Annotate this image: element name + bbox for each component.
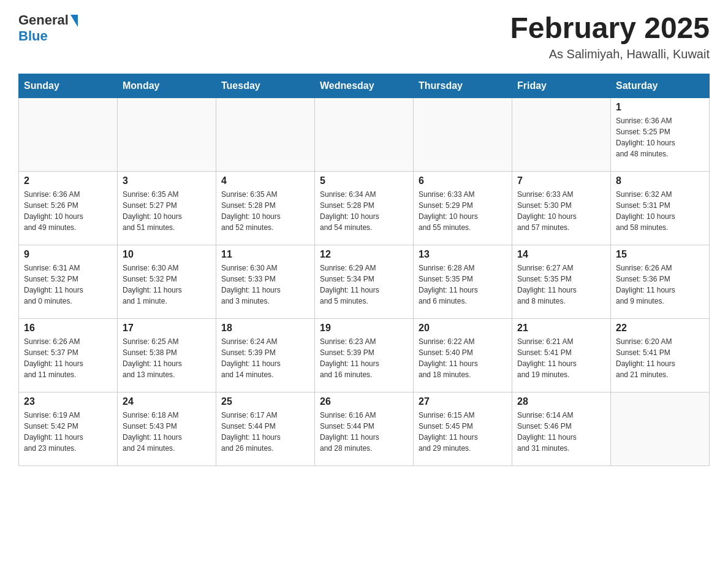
day-number: 22 <box>616 323 704 334</box>
day-number: 7 <box>517 175 605 186</box>
calendar-day-cell: 3Sunrise: 6:35 AM Sunset: 5:27 PM Daylig… <box>118 171 216 245</box>
day-info: Sunrise: 6:32 AM Sunset: 5:31 PM Dayligh… <box>616 189 704 233</box>
day-number: 13 <box>419 249 507 260</box>
calendar-day-cell: 18Sunrise: 6:24 AM Sunset: 5:39 PM Dayli… <box>216 318 315 392</box>
title-block: February 2025 As Salimiyah, Hawalli, Kuw… <box>510 12 710 61</box>
calendar-day-cell: 15Sunrise: 6:26 AM Sunset: 5:36 PM Dayli… <box>611 245 710 318</box>
day-number: 21 <box>517 323 605 334</box>
logo-general-text: General <box>18 12 69 28</box>
day-number: 24 <box>123 396 211 407</box>
day-number: 28 <box>517 396 605 407</box>
day-number: 23 <box>24 396 112 407</box>
calendar-day-cell <box>512 98 611 171</box>
calendar-day-cell: 12Sunrise: 6:29 AM Sunset: 5:34 PM Dayli… <box>315 245 414 318</box>
day-number: 18 <box>221 323 309 334</box>
calendar-day-cell <box>611 392 710 465</box>
day-info: Sunrise: 6:30 AM Sunset: 5:33 PM Dayligh… <box>221 262 309 307</box>
calendar-week-row: 1Sunrise: 6:36 AM Sunset: 5:25 PM Daylig… <box>19 98 710 171</box>
calendar-header: SundayMondayTuesdayWednesdayThursdayFrid… <box>19 74 710 98</box>
logo-blue-text: Blue <box>18 28 48 44</box>
calendar-day-cell <box>414 98 512 171</box>
day-number: 17 <box>123 323 211 334</box>
calendar-day-cell: 8Sunrise: 6:32 AM Sunset: 5:31 PM Daylig… <box>611 171 710 245</box>
calendar-day-cell: 7Sunrise: 6:33 AM Sunset: 5:30 PM Daylig… <box>512 171 611 245</box>
day-info: Sunrise: 6:30 AM Sunset: 5:32 PM Dayligh… <box>123 262 211 307</box>
day-of-week-header: Monday <box>118 74 216 98</box>
calendar-day-cell: 25Sunrise: 6:17 AM Sunset: 5:44 PM Dayli… <box>216 392 315 465</box>
day-number: 16 <box>24 323 112 334</box>
calendar-day-cell: 24Sunrise: 6:18 AM Sunset: 5:43 PM Dayli… <box>118 392 216 465</box>
logo: General Blue <box>18 12 78 44</box>
day-number: 4 <box>221 175 309 186</box>
day-info: Sunrise: 6:31 AM Sunset: 5:32 PM Dayligh… <box>24 262 112 307</box>
day-info: Sunrise: 6:34 AM Sunset: 5:28 PM Dayligh… <box>320 189 408 233</box>
calendar-day-cell: 10Sunrise: 6:30 AM Sunset: 5:32 PM Dayli… <box>118 245 216 318</box>
day-info: Sunrise: 6:36 AM Sunset: 5:26 PM Dayligh… <box>24 189 112 233</box>
calendar-day-cell: 16Sunrise: 6:26 AM Sunset: 5:37 PM Dayli… <box>19 318 118 392</box>
day-info: Sunrise: 6:16 AM Sunset: 5:44 PM Dayligh… <box>320 410 408 454</box>
day-info: Sunrise: 6:27 AM Sunset: 5:35 PM Dayligh… <box>517 262 605 307</box>
day-info: Sunrise: 6:33 AM Sunset: 5:29 PM Dayligh… <box>419 189 507 233</box>
day-number: 5 <box>320 175 408 186</box>
day-info: Sunrise: 6:35 AM Sunset: 5:27 PM Dayligh… <box>123 189 211 233</box>
calendar-day-cell <box>19 98 118 171</box>
day-number: 20 <box>419 323 507 334</box>
day-info: Sunrise: 6:25 AM Sunset: 5:38 PM Dayligh… <box>123 336 211 380</box>
day-info: Sunrise: 6:20 AM Sunset: 5:41 PM Dayligh… <box>616 336 704 380</box>
day-info: Sunrise: 6:22 AM Sunset: 5:40 PM Dayligh… <box>419 336 507 380</box>
day-number: 26 <box>320 396 408 407</box>
day-of-week-header: Thursday <box>414 74 512 98</box>
day-info: Sunrise: 6:26 AM Sunset: 5:36 PM Dayligh… <box>616 262 704 307</box>
day-number: 19 <box>320 323 408 334</box>
day-info: Sunrise: 6:17 AM Sunset: 5:44 PM Dayligh… <box>221 410 309 454</box>
day-info: Sunrise: 6:18 AM Sunset: 5:43 PM Dayligh… <box>123 410 211 454</box>
day-info: Sunrise: 6:35 AM Sunset: 5:28 PM Dayligh… <box>221 189 309 233</box>
calendar-day-cell: 17Sunrise: 6:25 AM Sunset: 5:38 PM Dayli… <box>118 318 216 392</box>
logo-triangle-icon <box>70 15 78 27</box>
day-info: Sunrise: 6:28 AM Sunset: 5:35 PM Dayligh… <box>419 262 507 307</box>
calendar-day-cell: 5Sunrise: 6:34 AM Sunset: 5:28 PM Daylig… <box>315 171 414 245</box>
day-number: 27 <box>419 396 507 407</box>
calendar-week-row: 23Sunrise: 6:19 AM Sunset: 5:42 PM Dayli… <box>19 392 710 465</box>
day-info: Sunrise: 6:26 AM Sunset: 5:37 PM Dayligh… <box>24 336 112 380</box>
calendar-day-cell: 23Sunrise: 6:19 AM Sunset: 5:42 PM Dayli… <box>19 392 118 465</box>
calendar-day-cell: 1Sunrise: 6:36 AM Sunset: 5:25 PM Daylig… <box>611 98 710 171</box>
day-number: 15 <box>616 249 704 260</box>
day-info: Sunrise: 6:33 AM Sunset: 5:30 PM Dayligh… <box>517 189 605 233</box>
calendar-day-cell <box>315 98 414 171</box>
day-number: 3 <box>123 175 211 186</box>
day-of-week-header: Friday <box>512 74 611 98</box>
month-title: February 2025 <box>510 12 710 45</box>
day-info: Sunrise: 6:29 AM Sunset: 5:34 PM Dayligh… <box>320 262 408 307</box>
day-number: 2 <box>24 175 112 186</box>
calendar-day-cell: 22Sunrise: 6:20 AM Sunset: 5:41 PM Dayli… <box>611 318 710 392</box>
calendar-week-row: 2Sunrise: 6:36 AM Sunset: 5:26 PM Daylig… <box>19 171 710 245</box>
day-info: Sunrise: 6:36 AM Sunset: 5:25 PM Dayligh… <box>616 115 704 159</box>
day-number: 6 <box>419 175 507 186</box>
day-number: 8 <box>616 175 704 186</box>
day-info: Sunrise: 6:15 AM Sunset: 5:45 PM Dayligh… <box>419 410 507 454</box>
calendar-day-cell: 9Sunrise: 6:31 AM Sunset: 5:32 PM Daylig… <box>19 245 118 318</box>
calendar-week-row: 16Sunrise: 6:26 AM Sunset: 5:37 PM Dayli… <box>19 318 710 392</box>
day-info: Sunrise: 6:19 AM Sunset: 5:42 PM Dayligh… <box>24 410 112 454</box>
calendar-week-row: 9Sunrise: 6:31 AM Sunset: 5:32 PM Daylig… <box>19 245 710 318</box>
day-info: Sunrise: 6:23 AM Sunset: 5:39 PM Dayligh… <box>320 336 408 380</box>
day-info: Sunrise: 6:21 AM Sunset: 5:41 PM Dayligh… <box>517 336 605 380</box>
calendar-day-cell: 26Sunrise: 6:16 AM Sunset: 5:44 PM Dayli… <box>315 392 414 465</box>
page-header: General Blue February 2025 As Salimiyah,… <box>18 12 710 61</box>
day-number: 10 <box>123 249 211 260</box>
calendar-day-cell: 4Sunrise: 6:35 AM Sunset: 5:28 PM Daylig… <box>216 171 315 245</box>
location-text: As Salimiyah, Hawalli, Kuwait <box>510 47 710 61</box>
calendar-day-cell: 28Sunrise: 6:14 AM Sunset: 5:46 PM Dayli… <box>512 392 611 465</box>
day-of-week-header: Sunday <box>19 74 118 98</box>
day-number: 9 <box>24 249 112 260</box>
calendar-day-cell: 20Sunrise: 6:22 AM Sunset: 5:40 PM Dayli… <box>414 318 512 392</box>
day-info: Sunrise: 6:14 AM Sunset: 5:46 PM Dayligh… <box>517 410 605 454</box>
calendar-day-cell <box>118 98 216 171</box>
calendar-day-cell: 13Sunrise: 6:28 AM Sunset: 5:35 PM Dayli… <box>414 245 512 318</box>
day-of-week-header: Wednesday <box>315 74 414 98</box>
calendar-day-cell: 2Sunrise: 6:36 AM Sunset: 5:26 PM Daylig… <box>19 171 118 245</box>
calendar-day-cell: 11Sunrise: 6:30 AM Sunset: 5:33 PM Dayli… <box>216 245 315 318</box>
calendar-table: SundayMondayTuesdayWednesdayThursdayFrid… <box>18 74 710 466</box>
calendar-body: 1Sunrise: 6:36 AM Sunset: 5:25 PM Daylig… <box>19 98 710 465</box>
